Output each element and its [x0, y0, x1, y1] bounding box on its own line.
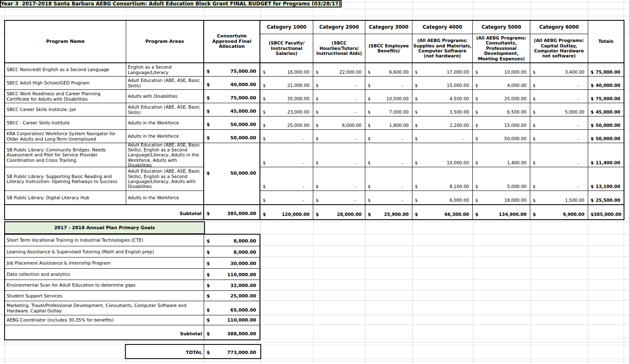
amount-cell[interactable]: $17,000.00	[412, 63, 473, 77]
grand-total-label[interactable]: TOTAL	[126, 345, 204, 358]
category-header[interactable]: Category 2000	[313, 21, 365, 34]
subtotal-amount[interactable]: $66,300.00	[412, 205, 473, 219]
program-name-cell[interactable]: SB Public Library: Community Bridges: Ne…	[5, 143, 126, 167]
amount-cell[interactable]: $-	[530, 116, 588, 130]
amount-cell[interactable]: $1,500.00	[530, 191, 588, 205]
goal-amount-cell[interactable]: $8,000.00	[204, 235, 260, 246]
amount-cell[interactable]: $4,000.00	[473, 77, 530, 90]
program-name-cell[interactable]: SBCC - Career Skills Institute	[5, 116, 126, 130]
amount-cell[interactable]: $-	[412, 130, 473, 143]
subtotal-label[interactable]: Subtotal	[5, 205, 204, 219]
category-desc[interactable]: (All AEBG Programs: Supplies and Materia…	[412, 34, 473, 63]
program-name-cell[interactable]: SBCC Work Readiness and Career Planning …	[5, 90, 126, 103]
allocation-cell[interactable]: $75,000.00	[204, 63, 260, 77]
amount-cell[interactable]: $6,000.00	[313, 116, 365, 130]
allocation-cell[interactable]: $75,000.00	[204, 90, 260, 103]
amount-cell[interactable]: $35,000.00	[260, 90, 313, 103]
amount-cell[interactable]: $10,000.00	[473, 63, 530, 77]
subtotal-amount[interactable]: $120,000.00	[260, 205, 313, 219]
row-total-cell[interactable]: $45,000.00	[588, 103, 624, 116]
goal-amount-cell[interactable]: $110,000.00	[204, 269, 260, 280]
goals-subtotal-amount[interactable]: $388,000.00	[204, 325, 260, 339]
program-areas-cell[interactable]: Adult Education (ABE, ASE, Basic Skills)…	[126, 143, 204, 167]
amount-cell[interactable]: $6,000.00	[412, 191, 473, 205]
program-areas-cell[interactable]: Adults in the Workforce	[126, 191, 204, 205]
category-header[interactable]: Category 1000	[260, 21, 313, 34]
row-total-cell[interactable]: $75,000.00	[588, 63, 624, 77]
goal-label-cell[interactable]: Short Term Vocational Training in Indust…	[5, 235, 204, 246]
amount-cell[interactable]: $22,000.00	[313, 63, 365, 77]
program-areas-cell[interactable]: Adult Education (ABE, ASE, Basic Skills)…	[126, 167, 204, 191]
goal-label-cell[interactable]: AEBG Coordinator (includes 30-35% for be…	[5, 315, 204, 325]
amount-cell[interactable]: $-	[530, 77, 588, 90]
goal-label-cell[interactable]: Student Support Services	[5, 291, 204, 301]
subtotal-amount[interactable]: $134,900.00	[473, 205, 530, 219]
goal-amount-cell[interactable]: $25,000.00	[204, 291, 260, 301]
amount-cell[interactable]: $-	[313, 191, 365, 205]
totals-header[interactable]: Totals	[588, 21, 624, 63]
amount-cell[interactable]: $-	[260, 191, 313, 205]
program-areas-cell[interactable]: Adult Education (ABE, ASE, Basic Skills)	[126, 103, 204, 116]
allocation-cell[interactable]: $50,000.00	[204, 130, 260, 143]
amount-cell[interactable]: $15,000.00	[473, 116, 530, 130]
allocation-cell[interactable]: $50,000.00	[204, 143, 260, 205]
amount-cell[interactable]: $3,500.00	[412, 103, 473, 116]
amount-cell[interactable]: $21,000.00	[260, 77, 313, 90]
subtotal-amount[interactable]: $28,000.00	[313, 205, 365, 219]
amount-cell[interactable]: $18,000.00	[473, 191, 530, 205]
goal-label-cell[interactable]: Environmental Scan for Adult Education t…	[5, 280, 204, 291]
row-total-cell[interactable]: $50,000.00	[588, 116, 624, 130]
subtotal-amount[interactable]: $9,900.00	[530, 205, 588, 219]
amount-cell[interactable]: $10,500.00	[365, 90, 412, 103]
amount-cell[interactable]: $4,500.00	[412, 90, 473, 103]
goal-amount-cell[interactable]: $110,000.00	[204, 315, 260, 325]
goal-label-cell[interactable]: Learning Assistance & Supervised Tutorin…	[5, 246, 204, 258]
amount-cell[interactable]: $1,800.00	[365, 116, 412, 130]
amount-cell[interactable]: $-	[313, 143, 365, 167]
amount-cell[interactable]: $-	[365, 167, 412, 191]
row-total-cell[interactable]: $13,100.00	[588, 167, 624, 191]
program-name-header[interactable]: Program Name	[5, 21, 126, 63]
program-name-cell[interactable]: SBCC Career Skills Institute: Jail	[5, 103, 126, 116]
amount-cell[interactable]: $15,000.00	[412, 77, 473, 90]
goal-amount-cell[interactable]: $32,000.00	[204, 280, 260, 291]
amount-cell[interactable]: $6,600.00	[365, 63, 412, 77]
amount-cell[interactable]: $3,400.00	[530, 63, 588, 77]
goal-amount-cell[interactable]: $8,000.00	[204, 246, 260, 258]
allocation-cell[interactable]: $40,000.00	[204, 77, 260, 90]
amount-cell[interactable]: $-	[365, 143, 412, 167]
row-total-cell[interactable]: $25,500.00	[588, 191, 624, 205]
amount-cell[interactable]: $-	[530, 130, 588, 143]
goal-label-cell[interactable]: Job Placement Assistance & Internship Pr…	[5, 258, 204, 269]
allocation-header[interactable]: Consortuim Approved Final Allocation	[204, 21, 260, 63]
goal-amount-cell[interactable]: $30,000.00	[204, 258, 260, 269]
program-name-cell[interactable]: SBCC Adult High School/GED Program	[5, 77, 126, 90]
amount-cell[interactable]: $2,200.00	[412, 116, 473, 130]
program-areas-cell[interactable]: Adults in the Workforce	[126, 116, 204, 130]
category-header[interactable]: Category 6000	[530, 21, 588, 34]
amount-cell[interactable]: $-	[313, 103, 365, 116]
amount-cell[interactable]: $8,100.00	[412, 167, 473, 191]
amount-cell[interactable]: $7,000.00	[365, 103, 412, 116]
row-total-cell[interactable]: $75,000.00	[588, 90, 624, 103]
program-areas-header[interactable]: Program Areas	[126, 21, 204, 63]
goal-label-cell[interactable]: Marketing, Travel/Professional Developme…	[5, 301, 204, 315]
category-desc[interactable]: (All AEBG Programs: Capital Outlay, Comp…	[530, 34, 588, 63]
goals-header-cell[interactable]: 2017 - 2018 Annual Plan Primary Goals	[4, 221, 205, 234]
amount-cell[interactable]: $5,000.00	[530, 103, 588, 116]
amount-cell[interactable]: $-	[365, 130, 412, 143]
amount-cell[interactable]: $-	[365, 77, 412, 90]
amount-cell[interactable]: $-	[260, 167, 313, 191]
category-header[interactable]: Category 4000	[412, 21, 473, 34]
amount-cell[interactable]: $-	[260, 143, 313, 167]
category-header[interactable]: Category 3000	[365, 21, 412, 34]
allocation-cell[interactable]: $50,000.00	[204, 116, 260, 130]
amount-cell[interactable]: $-	[530, 167, 588, 191]
category-desc[interactable]: (SBCC Faculty/ Instructional Salaries)	[260, 34, 313, 63]
grand-total-amount[interactable]: $773,000.00	[204, 345, 260, 358]
amount-cell[interactable]: $-	[313, 130, 365, 143]
amount-cell[interactable]: $5,000.00	[473, 167, 530, 191]
category-desc[interactable]: (SBCC Hourlies/Tutors/ Instructional Aid…	[313, 34, 365, 63]
program-areas-cell[interactable]: Adult Education (ABE, ASE, Basic Skills)	[126, 77, 204, 90]
amount-cell[interactable]: $23,000.00	[260, 103, 313, 116]
